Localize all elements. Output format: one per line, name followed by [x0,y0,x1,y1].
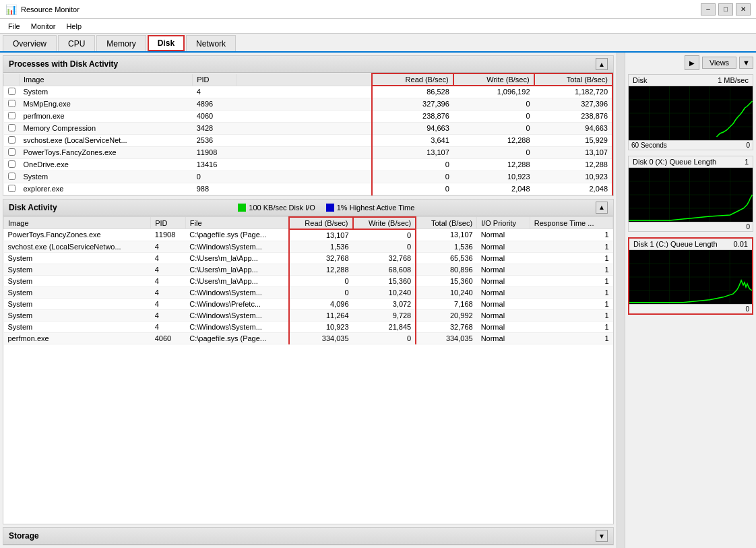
table-row: perfmon.exe 4060 C:\pagefile.sys (Page..… [4,332,613,344]
da-row-write: 68,608 [353,264,416,275]
da-col-total[interactable]: Total (B/sec) [416,217,476,229]
da-row-total: 65,536 [416,252,476,264]
app-icon: 📊 [5,4,17,15]
row-checkbox[interactable] [4,158,20,171]
disk1-chart-header: Disk 1 (C:) Queue Length 0.01 [629,239,752,250]
da-row-file: C:\Users\m_la\App... [185,252,289,264]
da-row-read: 32,768 [289,252,353,264]
table-row: System 4 C:\Users\m_la\App... 0 15,360 1… [4,275,613,286]
indicator-active: 1% Highest Active Time [326,204,415,212]
maximize-button[interactable]: □ [718,3,733,16]
da-row-pid: 4 [151,264,186,275]
row-image: perfmon.exe [20,110,193,122]
row-read: 86,528 [372,86,453,98]
da-col-write[interactable]: Write (B/sec) [353,217,416,229]
row-pid: 2536 [193,134,237,146]
disk-activity-table: Image PID File Read (B/sec) Write (B/sec… [3,216,613,344]
row-checkbox[interactable] [4,171,20,183]
disk-activity-header: Disk Activity 100 KB/sec Disk I/O 1% Hig… [3,200,613,216]
row-checkbox[interactable] [4,134,20,146]
col-pid[interactable]: PID [193,73,237,86]
row-image: MsMpEng.exe [20,98,193,110]
row-pid: 4 [193,86,237,98]
tab-overview[interactable]: Overview [3,35,57,51]
disk-activity-section: Disk Activity 100 KB/sec Disk I/O 1% Hig… [3,199,614,525]
tab-network[interactable]: Network [186,35,236,51]
col-total[interactable]: Total (B/sec) [534,73,612,86]
row-checkbox[interactable] [4,146,20,158]
menu-monitor[interactable]: Monitor [26,21,61,32]
processes-table-container: Image PID Read (B/sec) Write (B/sec) Tot… [3,73,613,195]
close-button[interactable]: ✕ [736,3,751,16]
disk-activity-table-wrapper[interactable]: Image PID File Read (B/sec) Write (B/sec… [3,216,613,524]
da-row-iopriority: Normal [477,241,530,252]
row-write: 0 [453,122,534,134]
da-col-read[interactable]: Read (B/sec) [289,217,353,229]
da-col-file[interactable]: File [185,217,289,229]
da-row-iopriority: Normal [477,321,530,332]
minimize-button[interactable]: – [701,3,716,16]
da-row-total: 80,896 [416,264,476,275]
row-spacer [237,171,372,183]
right-panel-header: ▶ Views ▼ [628,55,753,70]
menu-help[interactable]: Help [61,21,87,32]
col-read[interactable]: Read (B/sec) [372,73,453,86]
row-image: PowerToys.FancyZones.exe [20,146,193,158]
tab-disk[interactable]: Disk [148,35,185,51]
storage-collapse-btn[interactable]: ▼ [596,530,608,542]
main-scrollbar[interactable] [617,53,625,548]
da-row-total: 32,768 [416,321,476,332]
indicator-active-box [326,204,334,212]
table-row: PowerToys.FancyZones.exe 11908 13,107 0 … [4,146,613,158]
row-read: 0 [372,171,453,183]
tab-cpu[interactable]: CPU [58,35,95,51]
col-write[interactable]: Write (B/sec) [453,73,534,86]
row-write: 2,048 [453,183,534,195]
row-spacer [237,183,372,195]
main-layout: Processes with Disk Activity ▲ Image PID… [0,53,756,548]
da-row-total: 15,360 [416,275,476,286]
row-read: 3,641 [372,134,453,146]
right-panel: ▶ Views ▼ Disk 1 MB/sec [625,53,756,548]
da-row-iopriority: Normal [477,298,530,309]
tab-memory[interactable]: Memory [96,35,146,51]
da-row-write: 9,728 [353,309,416,321]
da-col-image[interactable]: Image [4,217,151,229]
disk-chart-footer: 60 Seconds 0 [629,140,753,150]
da-row-read: 11,264 [289,309,353,321]
row-checkbox[interactable] [4,110,20,122]
da-row-file: C:\Windows\System... [185,241,289,252]
views-dropdown-button[interactable]: ▼ [739,57,753,69]
row-checkbox[interactable] [4,122,20,134]
da-col-pid[interactable]: PID [151,217,186,229]
row-checkbox[interactable] [4,98,20,110]
row-write: 0 [453,110,534,122]
disk-chart-area [629,86,753,140]
views-button[interactable]: Views [702,57,736,69]
row-read: 0 [372,158,453,171]
disk1-chart-panel: Disk 1 (C:) Queue Length 0.01 [628,237,753,315]
row-checkbox[interactable] [4,86,20,98]
col-image[interactable]: Image [20,73,193,86]
app-title: Resource Monitor [21,5,80,13]
row-checkbox[interactable] [4,183,20,195]
da-row-response: 1 [530,264,612,275]
processes-collapse-btn[interactable]: ▲ [596,58,608,70]
da-row-image: System [4,286,151,298]
row-spacer [237,122,372,134]
nav-arrow-button[interactable]: ▶ [685,55,699,70]
row-total: 13,107 [534,146,612,158]
da-row-iopriority: Normal [477,332,530,344]
da-col-io-priority[interactable]: I/O Priority [477,217,530,229]
disk-activity-collapse-btn[interactable]: ▲ [596,202,608,214]
indicator-io-box [238,204,246,212]
row-total: 94,663 [534,122,612,134]
da-row-image: System [4,309,151,321]
da-col-response[interactable]: Response Time ... [530,217,612,229]
processes-section-header: Processes with Disk Activity ▲ [3,56,613,73]
menu-file[interactable]: File [3,21,26,32]
da-row-iopriority: Normal [477,275,530,286]
da-row-read: 10,923 [289,321,353,332]
da-row-iopriority: Normal [477,264,530,275]
da-row-read: 4,096 [289,298,353,309]
